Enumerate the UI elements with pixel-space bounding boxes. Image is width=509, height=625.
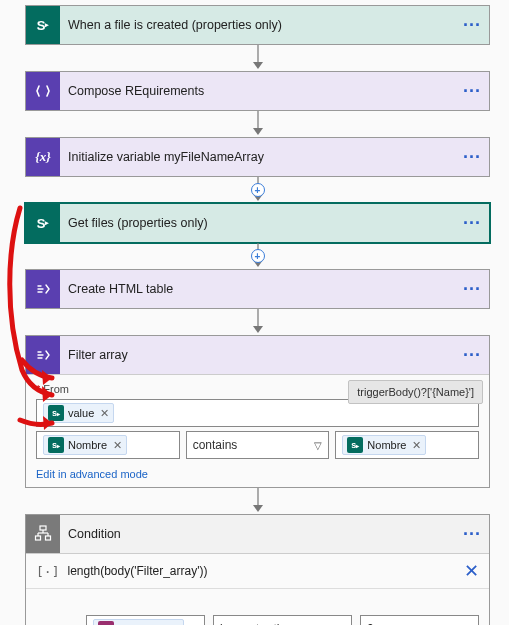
condition-icon	[26, 515, 60, 553]
svg-marker-11	[253, 505, 263, 512]
brackets-icon: [·]	[36, 564, 59, 579]
flow-step-get-files[interactable]: S▸ Get files (properties only) ···	[25, 203, 490, 243]
token-remove-icon[interactable]: ✕	[98, 407, 109, 420]
connector-arrow	[25, 45, 490, 71]
data-operation-icon	[26, 72, 60, 110]
svg-marker-3	[253, 128, 263, 135]
sharepoint-token-icon: s▸	[48, 405, 64, 421]
filter-left-input[interactable]: s▸ Nombre ✕	[36, 431, 180, 459]
insert-step-button[interactable]: +	[251, 183, 265, 197]
tooltip-expression-chip: triggerBody()?['{Name}']	[348, 380, 483, 404]
step-menu-button[interactable]: ···	[455, 147, 489, 168]
step-title: Initialize variable myFileNameArray	[60, 150, 455, 164]
step-title: Create HTML table	[60, 282, 455, 296]
expression-token-icon: fx	[98, 621, 114, 625]
step-menu-button[interactable]: ···	[455, 213, 489, 234]
token-remove-icon[interactable]: ✕	[111, 439, 122, 452]
dynamic-token-value[interactable]: s▸ value ✕	[43, 403, 114, 423]
condition-value-input[interactable]: 0	[360, 615, 479, 625]
step-title: Get files (properties only)	[60, 216, 455, 230]
condition-left-input[interactable]: fx length(...) ✕	[86, 615, 205, 625]
svg-rect-17	[36, 536, 41, 540]
token-label: Nombre	[68, 439, 107, 451]
svg-marker-9	[253, 326, 263, 333]
close-icon[interactable]: ✕	[464, 560, 479, 582]
step-menu-button[interactable]: ···	[455, 81, 489, 102]
flow-step-init-variable[interactable]: {x} Initialize variable myFileNameArray …	[25, 137, 490, 177]
dynamic-token-nombre-left[interactable]: s▸ Nombre ✕	[43, 435, 127, 455]
token-remove-icon[interactable]: ✕	[410, 439, 421, 452]
flow-step-filter-array[interactable]: Filter array ··· From s▸ value ✕	[25, 335, 490, 488]
flow-step-compose[interactable]: Compose REquirements ···	[25, 71, 490, 111]
step-title: Compose REquirements	[60, 84, 455, 98]
flow-step-trigger[interactable]: S▸ When a file is created (properties on…	[25, 5, 490, 45]
condition-operator-select[interactable]: is greater than ▽	[213, 615, 352, 625]
data-operation-icon	[26, 270, 60, 308]
step-title: Condition	[60, 527, 455, 541]
step-title: Filter array	[60, 348, 455, 362]
token-label: Nombre	[367, 439, 406, 451]
select-value: contains	[193, 438, 238, 452]
dynamic-token-nombre-right[interactable]: s▸ Nombre ✕	[342, 435, 426, 455]
connector-arrow: +	[25, 177, 490, 203]
connector-arrow	[25, 488, 490, 514]
step-title: When a file is created (properties only)	[60, 18, 455, 32]
sharepoint-icon: S▸	[26, 6, 60, 44]
flow-step-html-table[interactable]: Create HTML table ···	[25, 269, 490, 309]
dynamic-token-length[interactable]: fx length(...) ✕	[93, 619, 184, 625]
step-menu-button[interactable]: ···	[455, 524, 489, 545]
svg-rect-12	[40, 526, 46, 530]
svg-marker-1	[253, 62, 263, 69]
connector-arrow	[25, 111, 490, 137]
step-menu-button[interactable]: ···	[455, 279, 489, 300]
condition-expression-text: length(body('Filter_array'))	[67, 564, 456, 578]
condition-expression-row: [·] length(body('Filter_array')) ✕	[26, 554, 489, 589]
data-operation-icon	[26, 336, 60, 374]
filter-right-input[interactable]: s▸ Nombre ✕	[335, 431, 479, 459]
flow-step-condition[interactable]: Condition ··· [·] length(body('Filter_ar…	[25, 514, 490, 625]
step-menu-button[interactable]: ···	[455, 15, 489, 36]
svg-rect-18	[46, 536, 51, 540]
sharepoint-token-icon: s▸	[347, 437, 363, 453]
filter-operator-select[interactable]: contains ▽	[186, 431, 330, 459]
connector-arrow: +	[25, 243, 490, 269]
variable-icon: {x}	[26, 138, 60, 176]
sharepoint-token-icon: s▸	[48, 437, 64, 453]
chevron-down-icon: ▽	[314, 440, 322, 451]
step-menu-button[interactable]: ···	[455, 345, 489, 366]
connector-arrow	[25, 309, 490, 335]
insert-step-button[interactable]: +	[251, 249, 265, 263]
token-label: value	[68, 407, 94, 419]
edit-advanced-mode-link[interactable]: Edit in advanced mode	[36, 468, 148, 480]
sharepoint-icon: S▸	[26, 204, 60, 242]
